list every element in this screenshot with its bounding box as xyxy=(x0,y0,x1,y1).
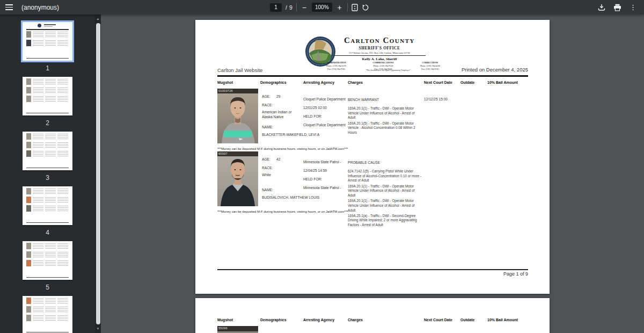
booking-number: 55096 xyxy=(217,326,258,331)
inmate-record: 65937 xyxy=(217,150,528,207)
page-thumbnail-3[interactable]: 3 xyxy=(23,132,72,182)
thumbnail-record-row xyxy=(26,150,70,157)
thumbnail-page-number: 5 xyxy=(23,284,72,291)
age-value: 42 xyxy=(276,157,280,162)
column-header-next-court-date: Next Court Date xyxy=(424,81,452,84)
thumbnail-record-row xyxy=(26,251,70,258)
thumbnail-record-row xyxy=(26,31,70,38)
charges-list: PROBABLE CAUSE 624.7142.1(5) - Carrying … xyxy=(348,160,423,228)
column-header-mugshot: Mugshot xyxy=(217,318,233,322)
thumbnail-record-row xyxy=(26,133,70,140)
rotate-button[interactable] xyxy=(362,4,369,11)
zoom-in-button[interactable]: + xyxy=(336,3,343,12)
zoom-out-button[interactable]: − xyxy=(301,3,308,12)
footer-rule xyxy=(217,269,528,270)
thumbnail-page-number: 3 xyxy=(23,174,72,182)
thumbnail-page-preview[interactable] xyxy=(23,186,72,225)
thumbnail-record-row xyxy=(26,197,70,203)
race-value: White xyxy=(262,173,296,178)
race-label: RACE: xyxy=(262,103,273,108)
column-header-outdate: Outdate xyxy=(460,81,474,84)
toolbar-divider xyxy=(347,3,348,11)
document-title: (anonymous) xyxy=(21,4,59,11)
thumbnail-page-preview[interactable] xyxy=(23,296,72,333)
booking-datetime: 12/01/25 02:00 xyxy=(303,106,346,111)
mugshot: 55096 xyxy=(217,326,258,333)
charge-item: 169A.20.1(1) - Traffic - DWI - Operate M… xyxy=(348,106,423,120)
thumbnail-record-row xyxy=(26,40,70,46)
letterhead-address: 117 Walnut Avenue, P.O. Box 530, Carlton… xyxy=(333,52,426,56)
inmate-record: 01003726 xyxy=(217,88,528,144)
charge-type: BENCH WARRANT xyxy=(348,97,423,102)
hamburger-icon xyxy=(5,3,13,11)
page-thumbnail-2[interactable]: 2 xyxy=(23,77,72,127)
scroll-up-arrow-icon[interactable]: ▲ xyxy=(95,17,101,20)
thumbnail-page-number: 1 xyxy=(23,64,72,72)
thumbnail-record-row xyxy=(26,205,70,212)
menu-button[interactable] xyxy=(0,0,18,15)
name-label: NAME: xyxy=(262,188,273,193)
charge-item: 169A.20.1(1) - Traffic - DWI - Operate M… xyxy=(348,184,423,198)
thumbnail-record-row xyxy=(26,188,70,194)
thumbnail-page-number: 4 xyxy=(23,229,72,236)
charge-item: 624.7142.1(5) - Carrying Pistol While Un… xyxy=(348,169,423,183)
more-options-icon: ⋮ xyxy=(630,3,636,11)
scroll-down-arrow-icon[interactable]: ▼ xyxy=(95,327,101,330)
letterhead: Carlton County SHERIFF'S OFFICE 117 Waln… xyxy=(326,37,433,61)
column-header-charges: Charges xyxy=(348,318,363,322)
thumbnail-record-row xyxy=(26,243,70,249)
zoom-level[interactable]: 100% xyxy=(312,3,332,12)
column-header-demographics: Demographics xyxy=(260,81,287,84)
thumbnail-record-row xyxy=(26,96,70,102)
printed-on-date: Printed on December 4, 2025 xyxy=(410,67,528,73)
download-button[interactable] xyxy=(598,4,605,11)
column-header-next-court-date: Next Court Date xyxy=(424,318,452,322)
page-thumbnail-6[interactable]: 6 xyxy=(23,296,72,333)
charge-item: 169A.20.1(5) - Traffic - DWI - Operate M… xyxy=(348,121,423,135)
letterhead-sheriff-name: Kelly A. Lake, Sheriff xyxy=(326,57,433,61)
charge-type: PROBABLE CAUSE xyxy=(348,160,423,165)
fit-page-button[interactable] xyxy=(352,4,358,11)
thumbnail-page-preview[interactable] xyxy=(23,132,72,170)
deposit-note: ***Money can be deposited M-F during bus… xyxy=(217,210,348,213)
column-header-charges: Charges xyxy=(348,81,363,84)
print-icon xyxy=(613,4,621,11)
thumbnail-page-preview[interactable] xyxy=(23,241,72,280)
mugshot: 01003726 xyxy=(217,89,258,143)
page-number-input[interactable] xyxy=(270,3,282,12)
pdf-page-1: Carlton County SHERIFF'S OFFICE 117 Waln… xyxy=(195,20,550,294)
thumbnail-record-row xyxy=(26,87,70,93)
held-for-label: HELD FOR: xyxy=(303,177,346,182)
mugshot: 65937 xyxy=(217,151,258,206)
toolbar-divider xyxy=(296,3,297,11)
thumbnail-page-preview[interactable] xyxy=(23,77,72,115)
pdf-page-2: Mugshot Demographics Arresting Agency Ch… xyxy=(195,298,550,333)
page-thumbnail-5[interactable]: 5 xyxy=(23,241,72,291)
charge-item: 169A.20.1(1) - Traffic - DWI - Operate M… xyxy=(348,199,423,213)
header-rule xyxy=(217,75,528,77)
rotate-icon xyxy=(362,4,369,11)
held-for-agency: Cloquet Police Department xyxy=(303,123,346,128)
print-button[interactable] xyxy=(613,4,621,11)
thumbnail-record-row xyxy=(26,260,70,266)
document-viewer[interactable]: Carlton County SHERIFF'S OFFICE 117 Waln… xyxy=(101,15,644,333)
column-header-mugshot: Mugshot xyxy=(217,81,233,84)
sidebar-scrollbar[interactable]: ▲ ▼ xyxy=(95,15,101,333)
mugshot-photo xyxy=(217,151,258,206)
page-footer: Page 1 of 9 xyxy=(503,271,528,277)
site-label: Carlton Jail Website xyxy=(217,67,262,73)
held-for-label: HELD FOR: xyxy=(303,114,346,119)
more-options-button[interactable]: ⋮ xyxy=(630,3,636,11)
page-thumbnail-4[interactable]: 4 xyxy=(23,186,72,236)
booking-number: 01003726 xyxy=(217,89,258,93)
age-label: AGE: xyxy=(262,157,270,162)
thumbnail-record-row xyxy=(26,298,70,304)
pdf-viewer-app: (anonymous) / 9 − 100% + xyxy=(0,0,644,333)
scrollbar-thumb[interactable] xyxy=(96,23,100,324)
thumbnail-page-preview[interactable] xyxy=(23,22,72,61)
column-header-arresting-agency: Arresting Agency xyxy=(303,318,334,322)
name-label: NAME: xyxy=(262,125,273,130)
letterhead-office: SHERIFF'S OFFICE xyxy=(326,46,433,50)
page-thumbnail-1[interactable]: 1 xyxy=(23,22,72,72)
column-header-outdate: Outdate xyxy=(460,318,474,322)
